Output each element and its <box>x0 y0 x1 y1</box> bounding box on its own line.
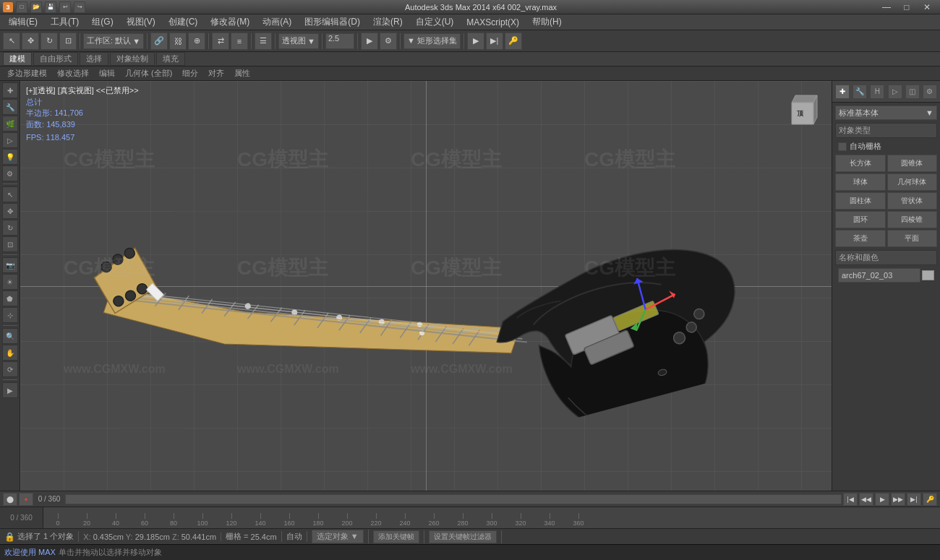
add-key-btn[interactable]: 添加关键帧 <box>373 530 419 543</box>
scale-btn[interactable]: ⊡ <box>59 33 77 50</box>
menu-animation[interactable]: 动画(A) <box>257 14 297 30</box>
tab-align[interactable]: 对齐 <box>204 67 228 79</box>
rp-create-tab[interactable]: ✚ <box>835 85 850 99</box>
tab-objpaint[interactable]: 对象绘制 <box>110 52 155 66</box>
navcube[interactable]: 顶 <box>781 88 824 132</box>
anim-next-btn[interactable]: ▶| <box>907 493 921 506</box>
shape-geosphere[interactable]: 几何球体 <box>887 173 938 191</box>
tb-save-btn[interactable]: 💾 <box>45 1 56 13</box>
tab-modify-selection[interactable]: 修改选择 <box>53 67 93 79</box>
tab-subdivide[interactable]: 细分 <box>178 67 202 79</box>
menu-grapheditors[interactable]: 图形编辑器(D) <box>299 14 366 30</box>
tab-polygon-modeling[interactable]: 多边形建模 <box>3 67 51 79</box>
menu-group[interactable]: 组(G) <box>86 14 119 30</box>
tab-populate[interactable]: 填充 <box>156 52 185 66</box>
filter-mgr-btn[interactable]: 设置关键帧过滤器 <box>429 530 497 543</box>
rotate-btn[interactable]: ↻ <box>40 33 58 50</box>
anim-setkey-btn[interactable]: ● <box>19 493 33 506</box>
minimize-button[interactable]: — <box>876 0 897 14</box>
tb-open-btn[interactable]: 📂 <box>30 1 42 13</box>
render-btn[interactable]: ▶ <box>361 33 378 50</box>
anim-key-btn[interactable]: ⬤ <box>3 493 17 506</box>
timeline-ruler[interactable]: 0 20 40 60 80 100 120 140 160 180 200 22… <box>43 507 940 528</box>
tb-new-btn[interactable]: □ <box>16 1 27 13</box>
lt-play-btn[interactable]: ▶ <box>2 382 18 398</box>
menu-edit[interactable]: 编辑(E) <box>3 14 43 30</box>
next-frame-btn[interactable]: ▶| <box>486 33 503 50</box>
tab-attributes[interactable]: 属性 <box>230 67 255 79</box>
shape-plane[interactable]: 平面 <box>887 230 938 247</box>
menu-maxscript[interactable]: MAXScript(X) <box>461 16 525 29</box>
lt-move-btn[interactable]: ✥ <box>2 203 18 219</box>
lt-helpers-btn[interactable]: ⊹ <box>2 307 18 323</box>
close-button[interactable]: ✕ <box>917 0 937 14</box>
shape-pyramid[interactable]: 四棱锥 <box>887 211 938 228</box>
anim-play-btn[interactable]: ▶ <box>875 493 889 506</box>
menu-custom[interactable]: 自定义(U) <box>410 14 460 30</box>
shape-torus[interactable]: 圆环 <box>835 211 886 228</box>
lt-zoom-btn[interactable]: 🔍 <box>2 328 18 344</box>
menu-help[interactable]: 帮助(H) <box>526 14 568 30</box>
view-dropdown[interactable]: 透视图▼ <box>278 33 319 49</box>
menu-render[interactable]: 渲染(R) <box>367 14 409 30</box>
mirror-btn[interactable]: ⇄ <box>212 33 229 50</box>
tab-modeling[interactable]: 建模 <box>3 52 32 66</box>
viewport[interactable]: CG模型主 CG模型主 CG模型主 CG模型主 CG模型主 CG模型主 CG模型… <box>20 81 832 491</box>
anim-keymode-btn[interactable]: 🔑 <box>923 493 937 506</box>
link-btn[interactable]: 🔗 <box>150 33 168 50</box>
shape-tube[interactable]: 管状体 <box>887 192 938 210</box>
lt-pan-btn[interactable]: ✋ <box>2 345 18 361</box>
tb-undo-btn[interactable]: ↩ <box>59 1 71 13</box>
rp-hierarchy-tab[interactable]: H <box>870 85 884 99</box>
play-btn[interactable]: ▶ <box>467 33 484 50</box>
lt-scale-btn[interactable]: ⊡ <box>2 236 18 252</box>
key-btn[interactable]: 🔑 <box>505 33 522 50</box>
tab-geometry[interactable]: 几何体 (全部) <box>121 67 176 79</box>
tb-redo-btn[interactable]: ↪ <box>74 1 85 13</box>
rp-motion-tab[interactable]: ▷ <box>888 85 902 99</box>
anim-slider[interactable] <box>65 494 842 504</box>
maximize-button[interactable]: □ <box>897 0 917 14</box>
timeline[interactable]: 0 / 360 0 20 40 60 80 100 120 140 160 18… <box>0 507 940 528</box>
shape-cone[interactable]: 圆锥体 <box>887 155 938 172</box>
y-value[interactable]: 29.185cm <box>135 533 170 541</box>
zoom-input[interactable]: 2.5 <box>325 33 354 49</box>
menu-modifiers[interactable]: 修改器(M) <box>205 14 255 30</box>
lt-modify-btn[interactable]: 🔧 <box>2 99 18 115</box>
anim-prev-btn[interactable]: |◀ <box>843 493 858 506</box>
render-settings-btn[interactable]: ⚙ <box>380 33 397 50</box>
anim-fwd-btn[interactable]: ▶▶ <box>891 493 905 506</box>
lt-utilities-btn[interactable]: ⚙ <box>2 165 18 181</box>
z-value[interactable]: 50.441cm <box>181 533 216 541</box>
tab-freeform[interactable]: 自由形式 <box>33 52 78 66</box>
filter-dropdown[interactable]: 选定对象 ▼ <box>312 530 364 543</box>
shape-cylinder[interactable]: 圆柱体 <box>835 192 886 210</box>
color-swatch[interactable] <box>922 270 934 280</box>
bind-btn[interactable]: ⊕ <box>188 33 205 50</box>
x-value[interactable]: 0.435cm <box>93 533 124 541</box>
select-btn[interactable]: ↖ <box>3 33 20 50</box>
shape-teapot[interactable]: 茶壶 <box>835 230 886 247</box>
lt-create-btn[interactable]: ✚ <box>2 82 18 98</box>
rp-utilities-tab[interactable]: ⚙ <box>923 85 937 99</box>
rp-modify-tab[interactable]: 🔧 <box>853 85 867 99</box>
object-name-input[interactable]: arch67_02_03 <box>838 268 920 283</box>
select-dropdown[interactable]: ▼ 矩形选择集 <box>403 33 461 49</box>
lt-hierarchy-btn[interactable]: 🌿 <box>2 116 18 132</box>
workspace-dropdown[interactable]: 工作区: 默认▼ <box>83 33 144 49</box>
menu-tools[interactable]: 工具(T) <box>45 14 85 30</box>
lt-shape-btn[interactable]: ⬟ <box>2 290 18 306</box>
lt-select-btn[interactable]: ↖ <box>2 186 18 202</box>
standard-primitives-dropdown[interactable]: 标准基本体 ▼ <box>835 105 937 120</box>
rp-display-tab[interactable]: ◫ <box>905 85 920 99</box>
lt-rotate-btn[interactable]: ↻ <box>2 220 18 236</box>
lt-orbit-btn[interactable]: ⟳ <box>2 361 18 377</box>
tab-selection[interactable]: 选择 <box>80 52 108 66</box>
shape-sphere[interactable]: 球体 <box>835 173 886 191</box>
layer-btn[interactable]: ☰ <box>255 33 272 50</box>
unlink-btn[interactable]: ⛓ <box>169 33 187 50</box>
anim-back-btn[interactable]: ◀◀ <box>859 493 873 506</box>
lt-motion-btn[interactable]: ▷ <box>2 132 18 148</box>
tab-edit[interactable]: 编辑 <box>95 67 119 79</box>
auto-grid-checkbox[interactable] <box>838 142 847 151</box>
